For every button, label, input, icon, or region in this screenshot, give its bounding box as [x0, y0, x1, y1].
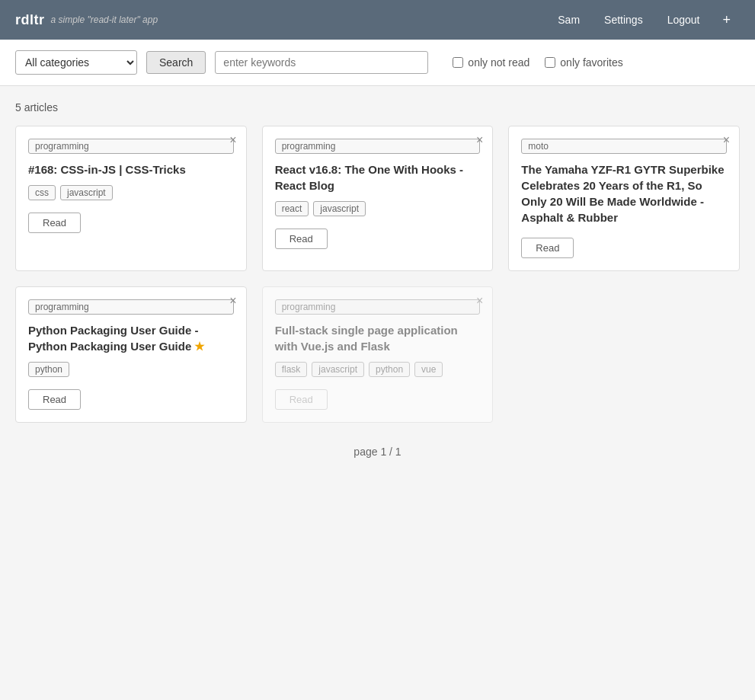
filter-not-read-text: only not read — [468, 56, 529, 69]
tag: flask — [275, 362, 308, 377]
filter-group: only not read only favorites — [453, 56, 622, 69]
card-category: programming — [28, 299, 234, 315]
brand-logo: rdltr — [15, 12, 45, 28]
favorite-star-icon: ★ — [194, 340, 204, 353]
navbar: rdltr a simple "read-it later" app Sam S… — [0, 0, 755, 40]
filter-favorites-checkbox[interactable] — [545, 57, 555, 68]
pagination: page 1 / 1 — [15, 446, 740, 458]
tag: javascript — [313, 201, 366, 216]
search-bar: All categories Search only not read only… — [0, 40, 755, 86]
logout-button[interactable]: Logout — [657, 9, 711, 30]
tag: javascript — [312, 362, 364, 377]
tag: react — [275, 201, 309, 216]
article-card: ×programmingPython Packaging User Guide … — [15, 286, 247, 423]
filter-not-read-checkbox[interactable] — [453, 57, 463, 68]
pagination-label: page 1 / 1 — [354, 446, 401, 458]
add-article-button[interactable]: + — [713, 8, 740, 33]
settings-button[interactable]: Settings — [593, 9, 654, 30]
card-close-button[interactable]: × — [476, 295, 483, 307]
card-category: programming — [28, 139, 234, 154]
card-title: #168: CSS-in-JS | CSS-Tricks — [28, 161, 234, 177]
tag: python — [369, 362, 410, 377]
filter-favorites-label[interactable]: only favorites — [545, 56, 622, 69]
card-title: Full-stack single page application with … — [275, 322, 481, 354]
card-title: Python Packaging User Guide - Python Pac… — [28, 322, 234, 354]
articles-grid: ×programming#168: CSS-in-JS | CSS-Tricks… — [15, 126, 740, 423]
search-input[interactable] — [215, 51, 428, 74]
card-tags: flaskjavascriptpythonvue — [275, 362, 481, 377]
search-button[interactable]: Search — [146, 51, 206, 74]
tag: vue — [414, 362, 443, 377]
navbar-right: Sam Settings Logout + — [547, 8, 740, 33]
brand-tagline: a simple "read-it later" app — [51, 14, 158, 25]
category-select[interactable]: All categories — [15, 50, 137, 75]
card-tags: python — [28, 362, 234, 377]
card-close-button[interactable]: × — [723, 134, 730, 146]
tag: javascript — [60, 185, 113, 200]
card-close-button[interactable]: × — [476, 134, 483, 146]
filter-favorites-text: only favorites — [560, 56, 622, 69]
card-category: programming — [275, 139, 481, 154]
card-tags: cssjavascript — [28, 185, 234, 200]
article-card: ×motoThe Yamaha YZF-R1 GYTR Superbike Ce… — [508, 126, 740, 271]
article-card: ×programming#168: CSS-in-JS | CSS-Tricks… — [15, 126, 247, 271]
tag: css — [28, 185, 56, 200]
card-tags: reactjavascript — [275, 201, 481, 216]
card-close-button[interactable]: × — [229, 134, 236, 146]
card-category: moto — [521, 139, 727, 154]
tag: python — [28, 362, 69, 377]
article-card: ×programmingReact v16.8: The One With Ho… — [262, 126, 494, 271]
user-button[interactable]: Sam — [547, 9, 590, 30]
read-button[interactable]: Read — [28, 389, 81, 410]
filter-not-read-label[interactable]: only not read — [453, 56, 529, 69]
card-category: programming — [275, 299, 481, 315]
read-button[interactable]: Read — [521, 238, 574, 258]
articles-count: 5 articles — [15, 101, 740, 113]
article-card: ×programmingFull-stack single page appli… — [262, 286, 494, 423]
read-button: Read — [275, 389, 328, 410]
card-title: React v16.8: The One With Hooks - React … — [275, 161, 481, 193]
card-title: The Yamaha YZF-R1 GYTR Superbike Celebra… — [521, 161, 727, 225]
read-button[interactable]: Read — [28, 213, 81, 233]
main-content: 5 articles ×programming#168: CSS-in-JS |… — [0, 86, 755, 473]
read-button[interactable]: Read — [275, 229, 328, 249]
card-close-button[interactable]: × — [229, 295, 236, 307]
